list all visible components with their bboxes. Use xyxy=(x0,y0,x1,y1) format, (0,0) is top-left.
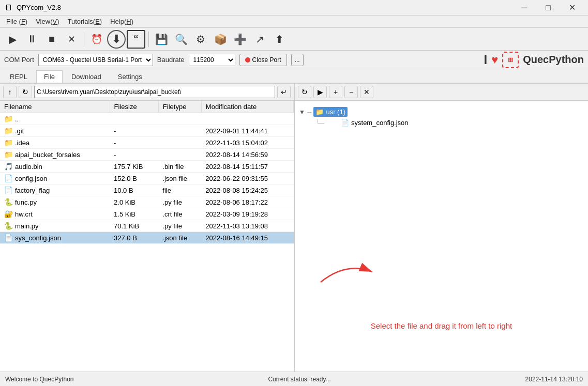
upload-button[interactable]: ⬆ xyxy=(270,30,289,49)
table-row[interactable]: 📁.idea - 2022-11-03 15:04:02 xyxy=(0,137,294,149)
table-row[interactable]: 📄factory_flag 10.0 B file 2022-08-08 15:… xyxy=(0,184,294,196)
baudrate-select[interactable]: 115200 xyxy=(189,54,235,66)
menu-tutorials[interactable]: Tutorials(E) xyxy=(63,17,106,26)
download-icon-button[interactable]: ⬇ xyxy=(107,30,126,49)
file-size-cell: 152.0 B xyxy=(110,173,158,184)
table-row[interactable]: 📄sys_config.json 327.0 B .json file 2022… xyxy=(0,232,294,244)
right-remove-button[interactable]: − xyxy=(344,86,358,98)
quote-button[interactable]: “ xyxy=(127,30,145,49)
tree-expand-icon: ▼ xyxy=(299,109,305,116)
separator-2 xyxy=(148,32,149,47)
brand: I ♥ ⊞ QuecPython xyxy=(484,52,584,68)
file-size-cell: - xyxy=(110,137,158,149)
file-type-cell xyxy=(158,113,201,125)
folder-icon: 📁 xyxy=(315,108,324,116)
table-row[interactable]: 📁aipai_bucket_forsales - 2022-08-14 14:5… xyxy=(0,149,294,161)
address-input[interactable] xyxy=(34,86,275,98)
tab-download[interactable]: Download xyxy=(64,70,109,83)
baud-label: Baudrate xyxy=(157,56,185,64)
file-table: Filename Filesize Filetype Modification … xyxy=(0,101,294,244)
menubar: File (F) View(V) Tutorials(E) Help(H) xyxy=(0,16,588,28)
tab-file[interactable]: File xyxy=(36,70,63,83)
menu-view[interactable]: View(V) xyxy=(32,17,63,26)
right-close-button[interactable]: ✕ xyxy=(360,86,373,98)
file-size-cell: - xyxy=(110,149,158,161)
tabs: REPL File Download Settings xyxy=(0,69,588,84)
file-size-cell: 10.0 B xyxy=(110,184,158,196)
search-button[interactable]: 🔍 xyxy=(172,30,190,49)
table-row[interactable]: 📁.. xyxy=(0,113,294,125)
port-status-dot xyxy=(245,57,250,63)
refresh-button[interactable]: ↻ xyxy=(19,86,32,98)
table-row[interactable]: 🎵audio.bin 175.7 KiB .bin file 2022-08-1… xyxy=(0,161,294,173)
file-type-cell: .bin file xyxy=(158,161,201,173)
tree-node-system-config[interactable]: 📄 system_config.json xyxy=(339,118,411,128)
export-button[interactable]: ↗ xyxy=(250,30,269,49)
close-window-button[interactable]: ✕ xyxy=(560,0,584,16)
file-size-cell: 327.0 B xyxy=(110,232,158,244)
file-size-cell: 175.7 KiB xyxy=(110,161,158,173)
app-icon: 🖥 xyxy=(4,3,12,12)
file-size-cell xyxy=(110,113,158,125)
file-table-container[interactable]: Filename Filesize Filetype Modification … xyxy=(0,101,294,372)
file-name-cell: 🎵audio.bin xyxy=(0,161,110,173)
file-type-cell: .json file xyxy=(158,232,201,244)
tab-settings[interactable]: Settings xyxy=(110,70,150,83)
tab-repl[interactable]: REPL xyxy=(2,70,35,83)
file-type-cell xyxy=(158,137,201,149)
play-button[interactable]: ▶ xyxy=(3,30,22,49)
toolbar: ▶ ⏸ ■ ✕ ⏰ ⬇ “ 💾 🔍 ⚙ 📦 ➕ ↗ ⬆ xyxy=(0,28,588,51)
terminate-button[interactable]: ✕ xyxy=(62,30,81,49)
right-refresh-button[interactable]: ↻ xyxy=(298,86,311,98)
com-port-select[interactable]: COM63 - Quectel USB Serial-1 Port xyxy=(38,54,153,66)
addressbar: ↑ ↻ ↵ xyxy=(0,84,294,101)
status-welcome: Welcome to QuecPython xyxy=(5,376,74,383)
file-type-cell xyxy=(158,149,201,161)
navigate-up-button[interactable]: ↑ xyxy=(3,86,17,98)
col-filename: Filename xyxy=(0,101,110,113)
table-row[interactable]: 📄config.json 152.0 B .json file 2022-06-… xyxy=(0,173,294,184)
app-title: QPYcom_V2.8 xyxy=(17,4,61,11)
file-date-cell: 2022-08-14 15:11:57 xyxy=(201,161,293,173)
file-size-cell: - xyxy=(110,125,158,137)
titlebar: 🖥 QPYcom_V2.8 ─ □ ✕ xyxy=(0,0,588,16)
file-type-cell: .py file xyxy=(158,196,201,208)
close-port-button[interactable]: Close Port xyxy=(239,54,287,66)
more-options-button[interactable]: ... xyxy=(291,54,304,66)
maximize-button[interactable]: □ xyxy=(536,0,560,16)
table-row[interactable]: 🐍func.py 2.0 KiB .py file 2022-08-06 18:… xyxy=(0,196,294,208)
table-row[interactable]: 📁.git - 2022-09-01 11:44:41 xyxy=(0,125,294,137)
close-port-label: Close Port xyxy=(252,56,281,64)
drag-arrow xyxy=(315,256,378,289)
file-date-cell: 2022-06-22 09:31:55 xyxy=(201,173,293,184)
menu-file[interactable]: File (F) xyxy=(2,17,32,26)
tree-node-usr[interactable]: 📁 usr (1) xyxy=(313,107,348,117)
stop-button[interactable]: ■ xyxy=(42,30,61,49)
package-button[interactable]: 📦 xyxy=(211,30,230,49)
brand-name: QuecPython xyxy=(523,54,584,66)
titlebar-controls: ─ □ ✕ xyxy=(512,0,584,16)
right-add-button[interactable]: + xyxy=(329,86,342,98)
file-date-cell: 2022-11-03 13:19:08 xyxy=(201,220,293,232)
menu-help[interactable]: Help(H) xyxy=(106,17,138,26)
status-datetime: 2022-11-14 13:28:10 xyxy=(525,376,583,383)
file-name-cell: 🐍func.py xyxy=(0,196,110,208)
file-name-cell: 📄config.json xyxy=(0,173,110,184)
add-button[interactable]: ➕ xyxy=(231,30,249,49)
file-date-cell: 2022-09-01 11:44:41 xyxy=(201,125,293,137)
address-go-button[interactable]: ↵ xyxy=(277,86,291,98)
save-button[interactable]: 💾 xyxy=(152,30,171,49)
timer-button[interactable]: ⏰ xyxy=(87,30,106,49)
table-row[interactable]: 🐍main.py 70.1 KiB .py file 2022-11-03 13… xyxy=(0,220,294,232)
statusbar: Welcome to QuecPython Current status: re… xyxy=(0,372,588,386)
table-row[interactable]: 🔐hw.crt 1.5 KiB .crt file 2022-03-09 19:… xyxy=(0,208,294,220)
file-type-cell: .crt file xyxy=(158,208,201,220)
file-date-cell xyxy=(201,113,293,125)
file-type-cell: .json file xyxy=(158,173,201,184)
right-run-button[interactable]: ▶ xyxy=(313,86,327,98)
settings-button[interactable]: ⚙ xyxy=(191,30,210,49)
file-size-cell: 2.0 KiB xyxy=(110,196,158,208)
pause-button[interactable]: ⏸ xyxy=(23,30,41,49)
file-name-cell: 📁.idea xyxy=(0,137,110,149)
minimize-button[interactable]: ─ xyxy=(512,0,536,16)
